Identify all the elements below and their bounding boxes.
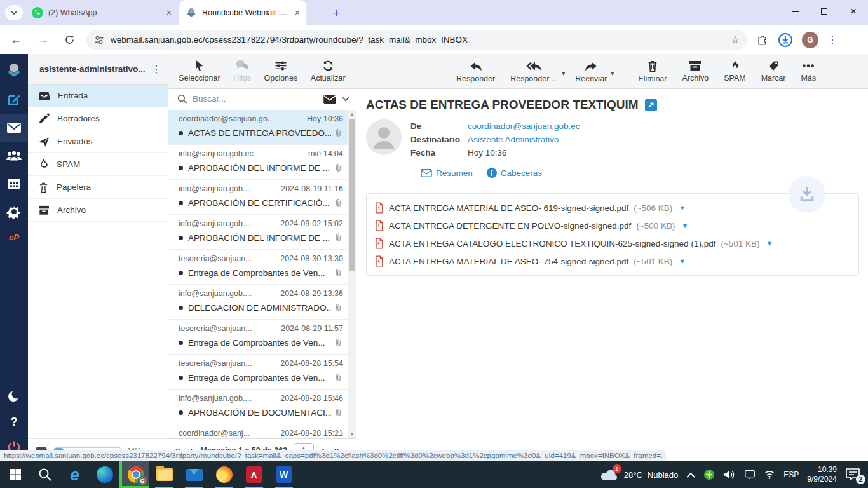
antivirus-icon[interactable] [703,469,715,480]
site-settings-icon[interactable] [94,35,104,45]
forward-button[interactable]: Reenviar [569,60,613,83]
taskbar-chrome[interactable]: G [119,461,149,488]
folder-inbox[interactable]: Entrada [28,85,168,107]
archive-button[interactable]: Archivo [675,60,715,83]
clock[interactable]: 10:39 9/9/2024 [807,465,837,484]
folder-sent[interactable]: Enviados [28,130,168,153]
download-all-button[interactable] [789,176,825,213]
taskbar-mail[interactable] [179,461,209,488]
url-text[interactable]: webmail.sanjuan.gob.ec/cpsess2317822794/… [111,35,724,44]
taskbar-word[interactable]: W [269,461,299,488]
reply-all-menu-icon[interactable]: ▾ [562,70,565,77]
from-address-link[interactable]: coordinador@sanjuan.gob.ec [468,121,580,131]
nav-contacts[interactable] [0,142,28,170]
reply-button[interactable]: Responder [450,60,501,83]
headers-link[interactable]: Cabeceras [487,168,542,178]
folder-spam[interactable]: SPAM [28,153,168,176]
volume-icon[interactable] [723,470,736,480]
taskbar-edge[interactable] [90,461,119,488]
spam-button[interactable]: SPAM [717,60,752,83]
folder-drafts[interactable]: Borradores [28,107,168,130]
taskbar-internet-explorer[interactable]: e [60,461,90,488]
list-scrollbar[interactable]: ▲ ▼ [348,110,356,438]
message-row[interactable]: tesoreria@sanjuan...2024-08-28 15:54 Ent… [168,355,348,390]
folder-options-icon[interactable]: ⋮ [151,63,161,75]
message-row[interactable]: coordinador@sanj...2024-08-28 15:21 [168,424,348,438]
download-icon[interactable] [778,32,793,48]
select-button[interactable]: Seleccionar [172,60,226,83]
help-button[interactable]: ? [0,410,28,433]
browser-menu-icon[interactable]: ⋮ [827,34,837,46]
connect-device-icon[interactable] [744,470,756,480]
search-options-chevron-icon[interactable] [342,97,349,102]
reload-button[interactable] [58,29,80,51]
summary-link[interactable]: Resumen [421,168,473,178]
threads-button[interactable]: Hilos [227,60,257,83]
forward-button[interactable]: → [32,29,53,51]
message-row[interactable]: info@sanjuan.gob.ecmié 14:04 APROBACIÓN … [168,145,348,180]
weather-widget[interactable]: 1 28°C Nublado [600,468,678,482]
attachment-item[interactable]: ACTA ENTREGA MATERIAL DE ASEO- 619-signe… [374,199,851,217]
attachment-menu-icon[interactable]: ▼ [679,257,686,265]
close-icon[interactable]: × [166,8,172,17]
scroll-up-icon[interactable]: ▲ [349,111,355,117]
attachment-name[interactable]: ACTA ENTREGA CATALOGO ELECTRONICO TEXTIQ… [389,239,715,248]
tray-expand-icon[interactable] [686,472,695,478]
scrollbar-thumb[interactable] [349,119,355,271]
address-bar[interactable]: webmail.sanjuan.gob.ec/cpsess2317822794/… [86,30,747,50]
taskbar-file-explorer[interactable] [149,461,179,488]
attachment-item[interactable]: ACTA ENTREGA DETERGENTE EN POLVO-signed-… [374,217,851,234]
message-row[interactable]: tesoreria@sanjuan...2024-08-29 11:57 Ent… [168,320,348,355]
message-row[interactable]: info@sanjuan.gob....2024-08-28 15:46 APR… [168,390,348,424]
message-row[interactable]: coordinador@sanjuan.go...Hoy 10:36 ACTAS… [168,110,348,145]
tab-roundcube[interactable]: Roundcube Webmail :: Entrada × [179,0,306,25]
taskbar-search-button[interactable] [30,461,60,488]
mark-button[interactable]: Marcar [755,60,792,83]
compose-button[interactable] [0,86,28,114]
open-in-new-window-icon[interactable] [645,99,657,111]
search-scope-mail-icon[interactable] [323,94,337,104]
message-row[interactable]: info@sanjuan.gob....2024-09-02 15:02 APR… [168,215,348,250]
profile-avatar[interactable]: G [802,32,818,48]
tab-whatsapp[interactable]: (2) WhatsApp × [25,0,178,25]
attachment-menu-icon[interactable]: ▼ [682,222,689,229]
taskbar-acrobat[interactable]: Λ [239,461,269,488]
to-address-link[interactable]: Asistente Administrativo [468,135,559,144]
language-indicator[interactable]: ESP [783,470,799,479]
start-button[interactable] [0,461,30,488]
tab-search-button[interactable] [5,5,23,20]
attachment-name[interactable]: ACTA ENTREGA MATERIAL DE ASEO- 619-signe… [389,203,628,213]
scroll-down-icon[interactable]: ▼ [349,431,355,437]
attachment-name[interactable]: ACTA ENTREGA DETERGENTE EN POLVO-signed-… [389,221,631,231]
message-row[interactable]: info@sanjuan.gob....2024-08-19 11:16 APR… [168,180,348,215]
options-button[interactable]: Opciones [257,60,304,83]
folder-archive[interactable]: Archivo [28,199,168,222]
more-button[interactable]: Más [795,60,823,83]
taskbar-firefox[interactable] [209,461,239,488]
refresh-button[interactable]: Actualizar [304,60,352,83]
attachment-item[interactable]: ACTA ENTREGA MATERIAL DE ASEO- 754-signe… [374,252,851,270]
reply-all-button[interactable]: Responder ... [504,60,564,83]
delete-button[interactable]: Eliminar [632,60,673,83]
bookmark-star-icon[interactable]: ☆ [731,34,740,46]
attachment-item[interactable]: ACTA ENTREGA CATALOGO ELECTRONICO TEXTIQ… [374,234,851,252]
wifi-icon[interactable] [764,470,775,479]
nav-calendar[interactable] [0,170,28,198]
restore-button[interactable] [810,0,839,23]
nav-cpanel[interactable]: cP [0,226,28,248]
new-tab-button[interactable]: + [328,5,344,22]
forward-menu-icon[interactable]: ▾ [611,70,614,77]
folder-trash[interactable]: Papelera [28,176,168,199]
attachment-name[interactable]: ACTA ENTREGA MATERIAL DE ASEO- 754-signe… [389,257,628,266]
attachment-menu-icon[interactable]: ▼ [766,240,773,247]
search-input[interactable] [193,94,318,104]
attachment-menu-icon[interactable]: ▼ [679,204,686,212]
back-button[interactable]: ← [5,29,27,51]
notification-center-button[interactable]: 2 [845,468,862,482]
dark-mode-button[interactable] [0,383,28,410]
extensions-icon[interactable] [756,34,769,46]
message-row[interactable]: tesoreria@sanjuan...2024-08-30 13:30 Ent… [168,250,348,285]
nav-mail[interactable] [0,114,28,142]
nav-settings[interactable] [0,198,28,226]
close-icon[interactable]: × [295,8,300,17]
